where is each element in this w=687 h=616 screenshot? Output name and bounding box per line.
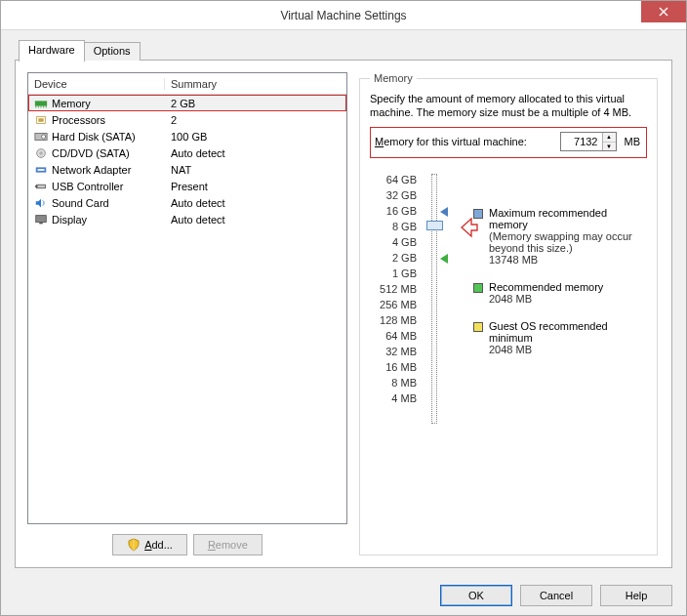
legend-max: Maximum recommended memory (Memory swapp… [473, 207, 647, 266]
device-summary: 100 GB [165, 131, 346, 143]
right-column: Memory Specify the amount of memory allo… [357, 72, 660, 555]
shield-icon [127, 538, 141, 552]
device-row-usb[interactable]: USB Controller Present [28, 178, 346, 194]
device-summary: Auto detect [165, 197, 346, 209]
device-list-header: Device Summary [28, 73, 346, 95]
cancel-button[interactable]: Cancel [520, 585, 592, 606]
window-title: Virtual Machine Settings [1, 9, 686, 22]
close-icon [659, 7, 668, 17]
device-row-cddvd[interactable]: CD/DVD (SATA) Auto detect [28, 144, 346, 161]
device-summary: NAT [165, 164, 346, 176]
legend-rec: Recommended memory 2048 MB [473, 281, 647, 305]
svg-rect-2 [38, 118, 43, 122]
slider-thumb[interactable] [426, 221, 443, 230]
memory-input-row: Memory for this virtual machine: ▲▼ MB [370, 127, 647, 158]
memory-input[interactable] [561, 133, 602, 150]
device-summary: Present [165, 181, 346, 192]
close-button[interactable] [641, 1, 686, 22]
device-name: Display [52, 214, 87, 226]
memory-unit: MB [625, 136, 641, 147]
marker-max-icon [440, 207, 452, 217]
device-row-network[interactable]: Network Adapter NAT [28, 161, 346, 178]
network-icon [34, 164, 48, 176]
remove-label: Remove [208, 539, 248, 551]
add-button[interactable]: Add... [112, 534, 187, 555]
memory-scale: 64 GB 32 GB 16 GB 8 GB 4 GB 2 GB 1 GB 51… [370, 172, 647, 406]
spin-up-icon[interactable]: ▲ [603, 133, 616, 143]
memory-icon [34, 98, 48, 109]
legend-guest: Guest OS recommended minimum 2048 MB [473, 320, 647, 355]
tick-labels: 64 GB 32 GB 16 GB 8 GB 4 GB 2 GB 1 GB 51… [370, 172, 423, 406]
memory-legend: Memory [370, 72, 417, 84]
svg-rect-11 [36, 215, 47, 222]
col-device[interactable]: Device [28, 78, 165, 90]
dialog-body: Hardware Options Device Summary Memory 2… [1, 30, 686, 576]
svg-point-4 [42, 134, 46, 138]
device-summary: Auto detect [165, 214, 346, 226]
add-remove-row: Add... Remove [27, 534, 347, 555]
spinner-arrows[interactable]: ▲▼ [602, 133, 616, 150]
col-summary[interactable]: Summary [165, 78, 346, 90]
ok-button[interactable]: OK [440, 585, 512, 606]
hardware-panel: Device Summary Memory 2 GB Processors 2 … [15, 60, 672, 568]
device-row-harddisk[interactable]: Hard Disk (SATA) 100 GB [28, 128, 346, 144]
marker-rec-icon [440, 254, 452, 264]
device-name: Hard Disk (SATA) [52, 131, 136, 143]
slider-track-column [423, 172, 450, 406]
device-name: CD/DVD (SATA) [52, 147, 130, 159]
display-icon [34, 214, 48, 226]
dialog-buttons: OK Cancel Help [1, 576, 686, 615]
device-row-display[interactable]: Display Auto detect [28, 211, 346, 227]
device-name: Memory [52, 98, 91, 109]
usb-icon [34, 181, 48, 192]
device-row-sound[interactable]: Sound Card Auto detect [28, 194, 346, 211]
device-name: Network Adapter [52, 164, 131, 176]
svg-rect-12 [39, 222, 43, 224]
device-summary: Auto detect [165, 147, 346, 159]
callout-arrow-icon [460, 217, 479, 238]
memory-label: Memory for this virtual machine: [375, 136, 527, 147]
add-label: Add... [144, 539, 173, 551]
square-green-icon [473, 283, 483, 293]
sound-icon [34, 197, 48, 209]
svg-rect-9 [37, 185, 46, 188]
memory-intro: Specify the amount of memory allocated t… [370, 92, 647, 119]
device-row-memory[interactable]: Memory 2 GB [28, 95, 346, 111]
harddisk-icon [34, 131, 48, 143]
device-list[interactable]: Device Summary Memory 2 GB Processors 2 … [27, 72, 347, 524]
tab-options[interactable]: Options [84, 42, 141, 61]
svg-rect-10 [35, 185, 38, 187]
device-summary: 2 [165, 114, 346, 126]
svg-rect-8 [38, 169, 45, 171]
processor-icon [34, 114, 48, 126]
left-column: Device Summary Memory 2 GB Processors 2 … [27, 72, 347, 555]
svg-rect-0 [35, 101, 47, 105]
legend-column: Maximum recommended memory (Memory swapp… [450, 172, 647, 406]
memory-slider[interactable] [431, 174, 437, 424]
help-button[interactable]: Help [600, 585, 672, 606]
square-yellow-icon [473, 322, 483, 332]
device-name: USB Controller [52, 181, 123, 192]
tab-hardware[interactable]: Hardware [19, 40, 85, 62]
device-name: Sound Card [52, 197, 109, 209]
memory-spinner[interactable]: ▲▼ [560, 132, 617, 151]
device-name: Processors [52, 114, 105, 126]
remove-button[interactable]: Remove [193, 534, 263, 555]
device-row-processors[interactable]: Processors 2 [28, 111, 346, 128]
device-summary: 2 GB [165, 98, 346, 109]
memory-group: Memory Specify the amount of memory allo… [359, 72, 658, 555]
title-bar: Virtual Machine Settings [1, 1, 686, 30]
svg-point-6 [40, 151, 42, 153]
settings-window: Virtual Machine Settings Hardware Option… [0, 0, 687, 616]
spin-down-icon[interactable]: ▼ [603, 143, 616, 151]
cd-icon [34, 147, 48, 159]
tab-row: Hardware Options [19, 40, 672, 61]
